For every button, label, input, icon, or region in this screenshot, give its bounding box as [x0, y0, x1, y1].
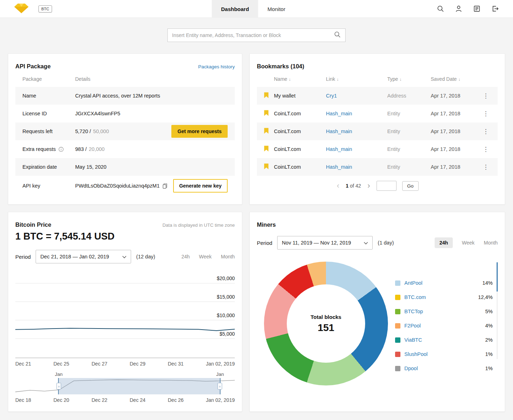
bookmark-icon: [264, 92, 274, 99]
period-duration: (12 day): [136, 254, 155, 259]
bookmark-link[interactable]: Hash_main: [326, 146, 387, 152]
column-name[interactable]: Name↓: [274, 76, 326, 82]
kebab-menu-icon[interactable]: ⋮: [481, 163, 491, 171]
get-more-requests-button[interactable]: Get more requests: [171, 125, 228, 138]
sort-icon: ↓: [289, 77, 291, 82]
bookmark-row: CoinLT.com Hash_main Entity Apr 17, 2018…: [257, 158, 498, 176]
legend-scrollbar[interactable]: [497, 262, 498, 359]
legend-miner-link[interactable]: BTCTop: [404, 309, 423, 314]
page-next-icon[interactable]: ›: [367, 182, 370, 190]
row-label: Expiration date: [22, 164, 75, 170]
legend-miner-link[interactable]: ViaBTC: [404, 337, 422, 343]
legend-swatch: [395, 280, 400, 286]
legend-miner-link[interactable]: BTC.com: [404, 294, 426, 300]
column-type[interactable]: Type↓: [387, 76, 431, 82]
legend-miner-link[interactable]: SlushPool: [404, 351, 428, 357]
price-period-select[interactable]: Dec 21, 2018 — Jan 02, 2019: [36, 250, 131, 263]
legend-item: ViaBTC 2%: [395, 333, 493, 347]
brush-selection[interactable]: ≡ ≡: [58, 378, 221, 394]
bookmark-row: CoinLT.com Hash_main Entity Apr 17, 2018…: [257, 105, 498, 122]
miners-period-select[interactable]: Nov 11, 2019 — Nov 12, 2019: [277, 236, 373, 250]
range-month[interactable]: Month: [221, 254, 235, 259]
tab-monitor[interactable]: Monitor: [258, 0, 295, 18]
api-key-value: PWdtLsObDaZ0SqoiduLiaznq4pzM1: [75, 183, 160, 189]
go-button[interactable]: Go: [402, 181, 419, 191]
range-24h[interactable]: 24h: [435, 237, 452, 248]
top-navbar: BTC Dashboard Monitor: [0, 0, 513, 18]
bookmark-link[interactable]: Hash_main: [326, 111, 387, 116]
kebab-menu-icon[interactable]: ⋮: [481, 146, 491, 153]
x-axis-tick: Dec 18: [15, 397, 31, 403]
info-icon[interactable]: [58, 147, 64, 152]
bookmark-type: Entity: [387, 164, 431, 170]
api-row-key: API key PWdtLsObDaZ0SqoiduLiaznq4pzM1 Ge…: [15, 176, 235, 196]
bookmark-name: CoinLT.com: [274, 146, 326, 152]
time-range-brush: ≡ ≡: [15, 378, 235, 394]
generate-new-key-button[interactable]: Generate new key: [173, 179, 228, 193]
legend-percent: 14%: [482, 280, 493, 286]
range-month[interactable]: Month: [484, 240, 498, 246]
page-prev-icon[interactable]: ‹: [336, 182, 340, 190]
requests-used: 5,720 /: [75, 128, 91, 134]
crystal-logo[interactable]: [14, 3, 28, 15]
legend-item: F2Pool 4%: [395, 319, 493, 333]
logout-icon[interactable]: [491, 5, 499, 12]
legend-swatch: [395, 366, 400, 371]
bookmark-link[interactable]: Hash_main: [326, 164, 387, 170]
bookmark-row: CoinLT.com Hash_main Entity Apr 17, 2018…: [257, 122, 498, 140]
search-icon[interactable]: [437, 5, 444, 12]
sort-icon: ↓: [399, 77, 401, 82]
row-value: JGrXCXA4lswnFP5: [75, 111, 120, 116]
x-axis-tick: Dec 20: [53, 397, 69, 403]
x-axis-tick: Dec 31: [168, 361, 183, 367]
extra-used: 983 /: [75, 146, 87, 152]
x-axis-tick: Dec 24: [130, 397, 145, 403]
x-axis-tick: Jan 02, 2019: [206, 361, 235, 367]
brush-handle-right[interactable]: ≡: [217, 383, 222, 390]
news-icon[interactable]: [473, 5, 481, 12]
bookmark-link[interactable]: Cry1: [326, 93, 387, 99]
packages-history-link[interactable]: Packages history: [198, 64, 235, 69]
row-label: Requests left: [22, 128, 75, 134]
range-week[interactable]: Week: [199, 254, 212, 259]
x-axis: Dec 21 Dec 25 Dec 27 Dec 29 Dec 31 Jan 0…: [15, 361, 235, 367]
column-link[interactable]: Link↓: [326, 76, 387, 82]
row-label: Name: [22, 93, 75, 99]
legend-swatch: [395, 309, 400, 314]
range-week[interactable]: Week: [462, 240, 475, 246]
api-row-name: Name Crystal API access, over 12M report…: [15, 87, 235, 105]
global-search-input[interactable]: [172, 32, 334, 38]
miners-legend: AntPool 14% BTC.com 12,4% BTCTop 5% F2Po…: [395, 262, 498, 385]
brush-x-axis: Dec 18 Dec 20 Dec 22 Dec 24 Dec 26 Jan 0…: [15, 397, 235, 403]
copy-icon[interactable]: [162, 183, 167, 189]
current-price: 1 BTC = 7,545.14 USD: [15, 231, 235, 242]
bookmark-date: Apr 17, 2018: [431, 111, 481, 116]
search-submit-icon[interactable]: [334, 31, 341, 40]
legend-swatch: [395, 295, 400, 300]
bookmark-link[interactable]: Hash_main: [326, 128, 387, 134]
page-count: of 42: [350, 183, 361, 189]
column-saved-date[interactable]: Saved Date↓: [431, 76, 481, 82]
page-input[interactable]: [377, 181, 397, 191]
bookmark-type: Address: [387, 93, 431, 99]
miners-donut: Total blocks 151: [264, 262, 388, 385]
kebab-menu-icon[interactable]: ⋮: [481, 92, 491, 100]
legend-miner-link[interactable]: F2Pool: [404, 323, 421, 329]
kebab-menu-icon[interactable]: ⋮: [481, 110, 491, 117]
kebab-menu-icon[interactable]: ⋮: [481, 128, 491, 135]
api-package-card: API Package Packages history Package Det…: [8, 53, 242, 205]
legend-miner-link[interactable]: Dpool: [404, 366, 418, 371]
bookmarks-pagination: ‹ 1 of 42 › Go: [257, 181, 498, 191]
legend-miner-link[interactable]: AntPool: [404, 280, 423, 286]
tab-dashboard[interactable]: Dashboard: [212, 0, 258, 18]
user-icon[interactable]: [455, 5, 462, 12]
api-row-requests: Requests left 5,720 / 50,000 Get more re…: [15, 122, 235, 140]
row-label: Extra requests: [22, 146, 56, 152]
miners-card: Miners Period Nov 11, 2019 — Nov 12, 201…: [249, 212, 505, 412]
x-axis-tick: Jan 02, 2019: [206, 397, 235, 403]
y-axis-tick: $15,000: [217, 294, 235, 300]
brush-handle-left[interactable]: ≡: [57, 383, 61, 390]
period-duration: (1 day): [378, 240, 394, 246]
currency-badge[interactable]: BTC: [38, 5, 52, 12]
range-24h[interactable]: 24h: [181, 254, 190, 259]
